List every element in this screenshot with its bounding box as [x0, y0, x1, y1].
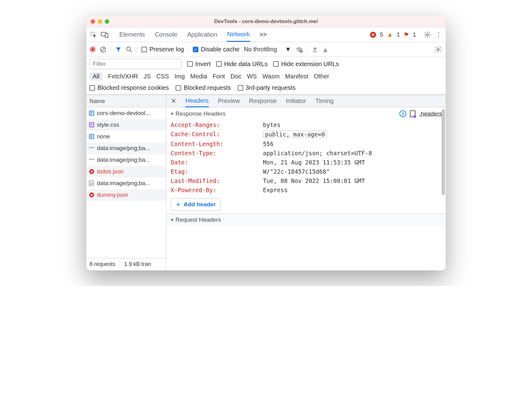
header-value: 556: [263, 141, 273, 147]
disable-cache-label: Disable cache: [201, 46, 240, 53]
subtab-initiator[interactable]: Initiator: [286, 95, 306, 107]
type-img[interactable]: Img: [175, 73, 185, 80]
clear-button[interactable]: [100, 46, 106, 53]
request-type-icon: [89, 110, 94, 116]
preserve-log-checkbox[interactable]: Preserve log: [141, 46, 184, 53]
request-type-icon: [89, 145, 94, 151]
request-name: style.css: [97, 121, 119, 128]
separator: [307, 46, 308, 53]
type-ws[interactable]: WS: [247, 73, 257, 80]
third-party-checkbox[interactable]: 3rd-party requests: [238, 84, 296, 91]
network-settings-icon[interactable]: [435, 46, 442, 53]
request-list: cors-demo-devtool...style.cssnonedata:im…: [86, 107, 166, 258]
request-row[interactable]: cors-demo-devtool...: [86, 107, 166, 119]
type-doc[interactable]: Doc: [230, 73, 241, 80]
type-font[interactable]: Font: [212, 73, 225, 80]
header-row[interactable]: Date:Mon, 21 Aug 2023 11:53:35 GMT: [171, 158, 441, 167]
svg-point-3: [427, 34, 428, 36]
svg-point-24: [90, 182, 91, 183]
invert-checkbox[interactable]: Invert: [187, 61, 211, 68]
more-menu-icon[interactable]: ⋮: [435, 31, 443, 39]
checkbox-icon: [89, 85, 95, 91]
hide-ext-urls-checkbox[interactable]: Hide extension URLs: [273, 61, 339, 68]
throttling-select[interactable]: No throttling ▼: [244, 46, 291, 53]
subtab-response[interactable]: Response: [249, 95, 277, 107]
header-name: Content-Length:: [171, 141, 263, 147]
window-title: DevTools - cors-demo-devtools.glitch.me/: [86, 18, 446, 25]
type-css[interactable]: CSS: [156, 73, 169, 80]
request-type-icon: [89, 122, 94, 128]
request-row[interactable]: none: [86, 131, 166, 142]
header-name: Content-Type:: [171, 150, 263, 156]
type-manifest[interactable]: Manifest: [285, 73, 308, 80]
blocked-requests-checkbox[interactable]: Blocked requests: [176, 84, 231, 91]
header-row[interactable]: Content-Length:556: [171, 139, 441, 149]
inspect-element-icon[interactable]: [89, 31, 97, 39]
status-badges[interactable]: ✕ 5 ▲ 1 ⚑ 1: [370, 31, 416, 38]
type-js[interactable]: JS: [144, 73, 151, 80]
header-value: Tue, 08 Nov 2022 15:00:01 GMT: [263, 177, 365, 184]
svg-line-7: [130, 50, 132, 52]
tab-elements[interactable]: Elements: [119, 28, 145, 41]
type-media[interactable]: Media: [190, 73, 207, 80]
header-row[interactable]: Accept-Ranges:bytes: [171, 120, 441, 129]
blocked-cookies-checkbox[interactable]: Blocked response cookies: [89, 84, 169, 91]
type-wasm[interactable]: Wasm: [262, 73, 280, 80]
header-row[interactable]: Etag:W/"22c-18457c15d68": [171, 167, 441, 176]
network-conditions-icon[interactable]: [296, 46, 303, 53]
record-button[interactable]: [90, 47, 95, 52]
tab-overflow[interactable]: >>: [259, 28, 267, 41]
tab-network[interactable]: Network: [227, 28, 250, 42]
filter-icon[interactable]: [115, 46, 121, 53]
type-other[interactable]: Other: [314, 73, 329, 80]
type-filter-row: All Fetch/XHR JS CSS Img Media Font Doc …: [86, 71, 446, 83]
request-row[interactable]: data:image/png;ba...: [86, 142, 166, 154]
add-header-button[interactable]: ＋ Add header: [171, 198, 220, 211]
svg-rect-23: [89, 181, 93, 186]
file-override-icon[interactable]: [410, 110, 415, 117]
subtab-timing[interactable]: Timing: [315, 95, 333, 107]
subtab-preview[interactable]: Preview: [218, 95, 240, 107]
disclosure-triangle-icon: ▼: [170, 111, 174, 116]
device-toolbar-icon[interactable]: [101, 31, 109, 39]
column-header-name[interactable]: Name: [86, 95, 166, 107]
request-row[interactable]: dummy.json: [86, 189, 166, 201]
disable-cache-checkbox[interactable]: ✓ Disable cache: [193, 46, 240, 53]
settings-icon[interactable]: [423, 31, 431, 39]
tab-console[interactable]: Console: [154, 28, 178, 41]
header-row[interactable]: X-Powered-By:Express: [171, 185, 441, 195]
header-row[interactable]: Content-Type:application/json; charset=U…: [171, 149, 441, 158]
header-value: bytes: [263, 121, 280, 128]
request-row[interactable]: style.css: [86, 119, 166, 131]
header-value: Express: [263, 187, 288, 193]
header-name: X-Powered-By:: [171, 187, 263, 193]
disclosure-triangle-icon: ▼: [170, 217, 174, 222]
separator: [137, 46, 137, 53]
request-headers-section[interactable]: ▼ Request Headers: [166, 214, 446, 226]
separator: [112, 31, 112, 38]
request-row[interactable]: todos.json: [86, 166, 166, 177]
preserve-log-label: Preserve log: [149, 46, 184, 53]
request-row[interactable]: data:image/png;ba...: [86, 177, 166, 189]
close-icon[interactable]: ✕: [171, 97, 176, 105]
headers-panel: ▼ Response Headers ? .headers Accept-Ran…: [166, 107, 446, 270]
header-value[interactable]: public, max-age=0: [263, 131, 327, 138]
header-row[interactable]: Last-Modified:Tue, 08 Nov 2022 15:00:01 …: [171, 176, 441, 185]
svg-line-5: [101, 48, 105, 51]
tab-application[interactable]: Application: [187, 28, 218, 41]
response-headers-section[interactable]: ▼ Response Headers ? .headers: [166, 107, 446, 120]
upload-har-icon[interactable]: [312, 46, 318, 53]
download-har-icon[interactable]: [322, 46, 328, 53]
help-icon[interactable]: ?: [399, 110, 406, 117]
panel-tabs: Elements Console Application Network >>: [119, 28, 267, 42]
hide-data-urls-checkbox[interactable]: Hide data URLs: [216, 61, 268, 68]
request-row[interactable]: data:image/png;ba...: [86, 154, 166, 166]
filter-input[interactable]: [89, 59, 182, 69]
headers-file-link[interactable]: .headers: [419, 110, 442, 117]
header-row[interactable]: Cache-Control:public, max-age=0: [171, 129, 441, 139]
type-all[interactable]: All: [89, 72, 102, 81]
search-icon[interactable]: [126, 46, 133, 53]
scrollbar-thumb[interactable]: [442, 109, 445, 195]
type-fetch[interactable]: Fetch/XHR: [108, 73, 138, 80]
subtab-headers[interactable]: Headers: [185, 95, 209, 107]
